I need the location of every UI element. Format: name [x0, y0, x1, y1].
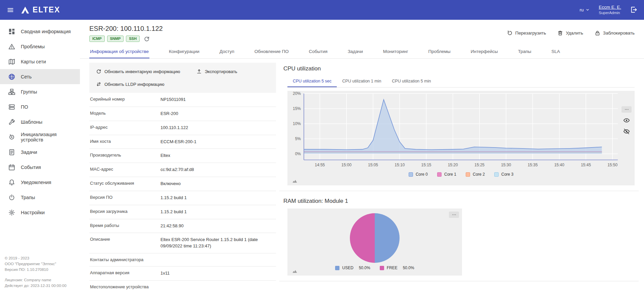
software-version: Версия ПО: 1.10.270810 — [5, 267, 75, 273]
sidebar-footer-license: Лицензия: Company name Действует до: 202… — [5, 277, 75, 289]
delete-button[interactable]: Удалить — [557, 30, 583, 36]
sparkline-icon[interactable] — [291, 178, 299, 183]
legend-item-core-1[interactable]: Core 1 — [437, 172, 456, 177]
table-row: Местоположение устройства — [89, 281, 276, 292]
sidebar-item-problems[interactable]: Проблемы — [0, 39, 80, 54]
sidebar: Сводная информацияПроблемыКарты сетиСеть… — [0, 20, 80, 292]
sidebar-item-templates[interactable]: Шаблоны — [0, 114, 80, 129]
sidebar-item-label: Задачи — [21, 150, 37, 155]
tab-configurations[interactable]: Конфигурации — [168, 45, 200, 58]
cpu-chart-tab-0[interactable]: CPU utilization 5 sec — [287, 75, 337, 87]
sidebar-item-label: Трапы — [21, 195, 35, 200]
cpu-chart-region: 0%5%10%15%20%14:5515:0015:0515:1015:1515… — [287, 91, 635, 185]
globe-icon — [8, 73, 15, 80]
sidebar-item-tasks[interactable]: Задачи — [0, 144, 80, 160]
legend-item-core-2[interactable]: Core 2 — [466, 172, 485, 177]
menu-button[interactable] — [7, 6, 14, 14]
svg-text:0%: 0% — [295, 152, 301, 156]
sidebar-item-device-init[interactable]: Инициализация устройств — [0, 129, 80, 144]
block-button[interactable]: Заблокировать — [595, 30, 635, 36]
user-block: Eccm E. E. SuperAdmin — [599, 4, 621, 16]
refresh-lldp-button[interactable]: Обновить LLDP информацию — [96, 81, 165, 87]
user-name-link[interactable]: Eccm E. E. — [599, 4, 621, 10]
sidebar-item-network-maps[interactable]: Карты сети — [0, 54, 80, 69]
info-row-label: Производитель — [89, 153, 160, 158]
user-role: SuperAdmin — [599, 10, 621, 16]
info-row-label: Версия загрузчика — [89, 209, 160, 214]
tab-firmware-update[interactable]: Обновление ПО — [254, 45, 289, 58]
show-all-series-button[interactable] — [623, 117, 630, 124]
table-row: Статус обслуживанияВключено — [89, 177, 276, 191]
table-row: ПроизводительEltex — [89, 149, 276, 163]
tab-sla[interactable]: SLA — [551, 45, 561, 58]
info-row-value: 100.110.1.122 — [160, 125, 276, 131]
legend-item-free[interactable]: FREE50.0% — [380, 266, 414, 270]
legend-label: Core 1 — [444, 172, 456, 177]
device-tabs: Информация об устройствеКонфигурацииДост… — [80, 45, 644, 59]
sidebar-item-groups[interactable]: Группы — [0, 84, 80, 99]
tab-access[interactable]: Доступ — [219, 45, 235, 58]
ram-chart-title: RAM utilization: Module 1 — [283, 198, 639, 205]
tab-tasks[interactable]: Задачи — [347, 45, 363, 58]
info-row-label: Версия ПО — [89, 195, 160, 200]
sidebar-item-settings[interactable]: Настройки — [0, 205, 80, 220]
svg-text:15:10: 15:10 — [395, 163, 405, 167]
cpu-chart: 0%5%10%15%20%14:5515:0015:0515:1015:1515… — [287, 91, 635, 171]
sidebar-item-traps[interactable]: Трапы — [0, 190, 80, 205]
sidebar-item-label: Уведомления — [21, 180, 51, 185]
legend-value: 50.0% — [359, 266, 370, 270]
tab-events[interactable]: События — [308, 45, 328, 58]
export-button[interactable]: Экспортировать — [196, 69, 237, 74]
tab-interfaces[interactable]: Интерфейсы — [470, 45, 499, 58]
legend-item-core-3[interactable]: Core 3 — [494, 172, 513, 177]
info-row-label: Описание — [89, 237, 160, 242]
refresh-status-icon[interactable] — [144, 36, 150, 42]
menu-icon — [7, 6, 14, 14]
ram-chart-legend: USED50.0%FREE50.0% — [287, 266, 462, 270]
tab-device-info[interactable]: Информация об устройстве — [89, 45, 149, 58]
sidebar-item-network[interactable]: Сеть — [0, 69, 80, 84]
charts-column: CPU utilization CPU utilization 5 secCPU… — [276, 59, 639, 292]
bell-icon — [8, 179, 15, 186]
info-row-value: 1.15.2 build 1 — [160, 195, 276, 201]
sidebar-item-label: Карты сети — [21, 59, 46, 64]
svg-text:15:25: 15:25 — [474, 163, 485, 167]
cpu-more-options-button[interactable] — [622, 106, 632, 113]
sparkline-icon[interactable] — [291, 269, 299, 274]
lock-icon — [595, 30, 600, 36]
sidebar-item-software[interactable]: ПО — [0, 99, 80, 114]
language-selector[interactable]: ru — [580, 7, 590, 12]
storage-icon — [8, 104, 15, 110]
tab-problems[interactable]: Проблемы — [428, 45, 451, 58]
info-row-label: Время работы — [89, 223, 160, 228]
refresh-inventory-button[interactable]: Обновить инвентарную информацию — [96, 69, 180, 74]
legend-item-used[interactable]: USED50.0% — [335, 266, 370, 270]
eye-off-icon — [623, 128, 630, 135]
sidebar-item-summary[interactable]: Сводная информация — [0, 24, 80, 39]
ram-more-options-button[interactable] — [449, 212, 459, 218]
reboot-button[interactable]: Перезагрузить — [507, 30, 546, 36]
cpu-chart-tab-2[interactable]: CPU utilization 5 min — [386, 75, 436, 87]
legend-label: USED — [342, 266, 353, 270]
tab-traps[interactable]: Трапы — [517, 45, 532, 58]
hide-all-series-button[interactable] — [623, 128, 630, 135]
sidebar-footer: © 2019 - 2023 ООО "Предприятие "Элтекс" … — [0, 251, 80, 289]
cpu-chart-tab-1[interactable]: CPU utilization 1 min — [337, 75, 386, 87]
sidebar-item-notifications[interactable]: Уведомления — [0, 175, 80, 190]
delete-label: Удалить — [566, 31, 583, 36]
info-row-label: Серийный номер — [89, 97, 160, 102]
page-header-left: ESR-200: 100.110.1.122 ICMPSNMPSSH — [89, 25, 163, 42]
calendar-icon — [8, 164, 15, 171]
legend-item-core-0[interactable]: Core 0 — [409, 172, 428, 177]
info-actions: Обновить инвентарную информациюЭкспортир… — [89, 63, 276, 93]
logout-button[interactable] — [630, 6, 637, 13]
wrench-icon — [8, 119, 15, 125]
status-badges: ICMPSNMPSSH — [89, 36, 163, 42]
export-label: Экспортировать — [205, 69, 237, 74]
status-badge: SNMP — [107, 36, 124, 42]
info-row-label: Имя хоста — [89, 139, 160, 144]
sidebar-item-events[interactable]: События — [0, 160, 80, 175]
svg-text:15:20: 15:20 — [448, 163, 458, 167]
language-label: ru — [580, 7, 584, 12]
tab-monitoring[interactable]: Мониторинг — [382, 45, 409, 58]
